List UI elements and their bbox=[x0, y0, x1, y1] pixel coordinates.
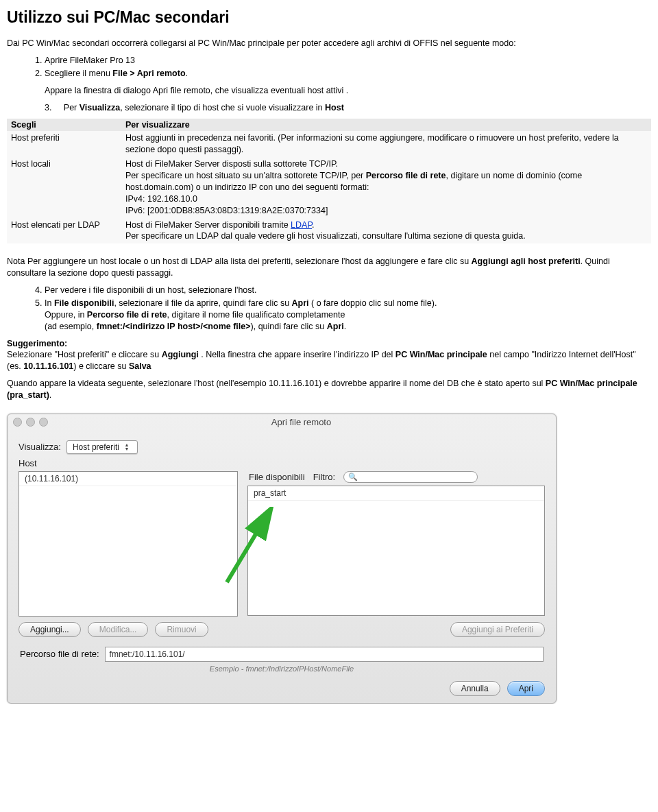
table-row: Host preferiti Host aggiunti in preceden… bbox=[7, 131, 651, 157]
cancel-button[interactable]: Annulla bbox=[450, 681, 500, 696]
table-header-visualizzare: Per visualizzare bbox=[121, 119, 651, 131]
stepper-icon: ▲▼ bbox=[122, 443, 132, 451]
file-disponibili-label: File disponibili bbox=[249, 472, 305, 482]
search-icon: 🔍 bbox=[348, 473, 358, 481]
host-item[interactable]: (10.11.16.101) bbox=[19, 472, 237, 486]
host-label: Host bbox=[19, 458, 37, 468]
step-2: Scegliere il menu File > Apri remoto. bbox=[45, 68, 651, 80]
table-row: Host locali Host di FileMaker Server dis… bbox=[7, 157, 651, 217]
intro-paragraph: Dai PC Win/Mac secondari occorrerà colle… bbox=[7, 38, 651, 49]
filter-input[interactable]: 🔍 bbox=[343, 471, 478, 483]
open-button[interactable]: Apri bbox=[507, 681, 545, 696]
step-5: In File disponibili, selezionare il file… bbox=[45, 298, 651, 333]
ldap-link[interactable]: LDAP bbox=[291, 220, 312, 230]
add-button[interactable]: Aggiungi... bbox=[19, 622, 81, 637]
path-hint: Esempio - fmnet:/IndirizzoIPHost/NomeFil… bbox=[19, 665, 545, 673]
modify-button[interactable]: Modifica... bbox=[88, 622, 149, 637]
minimize-icon bbox=[26, 418, 35, 427]
step-3: 3. Per Visualizza, selezionare il tipo d… bbox=[45, 102, 651, 114]
zoom-icon bbox=[39, 418, 48, 427]
file-listbox[interactable]: pra_start bbox=[247, 486, 545, 616]
visualizza-label: Visualizza: bbox=[19, 442, 61, 452]
step2-note: Appare la finestra di dialogo Apri file … bbox=[45, 85, 651, 97]
step-4: Per vedere i file disponibili di un host… bbox=[45, 285, 651, 296]
open-remote-dialog: Apri file remoto Visualizza: Host prefer… bbox=[7, 414, 557, 704]
suggestion-block: Suggerimento: Selezionare "Host preferit… bbox=[7, 338, 651, 373]
visualizza-select[interactable]: Host preferiti ▲▼ bbox=[66, 440, 138, 454]
table-row: Host elencati per LDAP Host di FileMaker… bbox=[7, 218, 651, 244]
host-listbox[interactable]: (10.11.16.101) bbox=[19, 471, 238, 617]
add-favorites-button[interactable]: Aggiungi ai Preferiti bbox=[450, 622, 545, 637]
dialog-title: Apri file remoto bbox=[52, 417, 550, 427]
note-paragraph: Nota Per aggiungere un host locale o un … bbox=[7, 256, 651, 279]
after-paragraph: Quando appare la videata seguente, selez… bbox=[7, 378, 651, 401]
filtro-label: Filtro: bbox=[313, 472, 336, 482]
step-1: Aprire FileMaker Pro 13 bbox=[45, 55, 651, 67]
remove-button[interactable]: Rimuovi bbox=[155, 622, 208, 637]
page-title: Utilizzo sui PC/Mac secondari bbox=[7, 8, 651, 27]
host-reference-table: Scegli Per visualizzare Host preferiti H… bbox=[7, 119, 651, 243]
path-label: Percorso file di rete: bbox=[20, 649, 99, 659]
table-header-scegli: Scegli bbox=[7, 119, 121, 131]
file-item[interactable]: pra_start bbox=[248, 486, 544, 501]
path-input[interactable]: fmnet:/10.11.16.101/ bbox=[105, 647, 544, 662]
close-icon[interactable] bbox=[13, 418, 22, 427]
